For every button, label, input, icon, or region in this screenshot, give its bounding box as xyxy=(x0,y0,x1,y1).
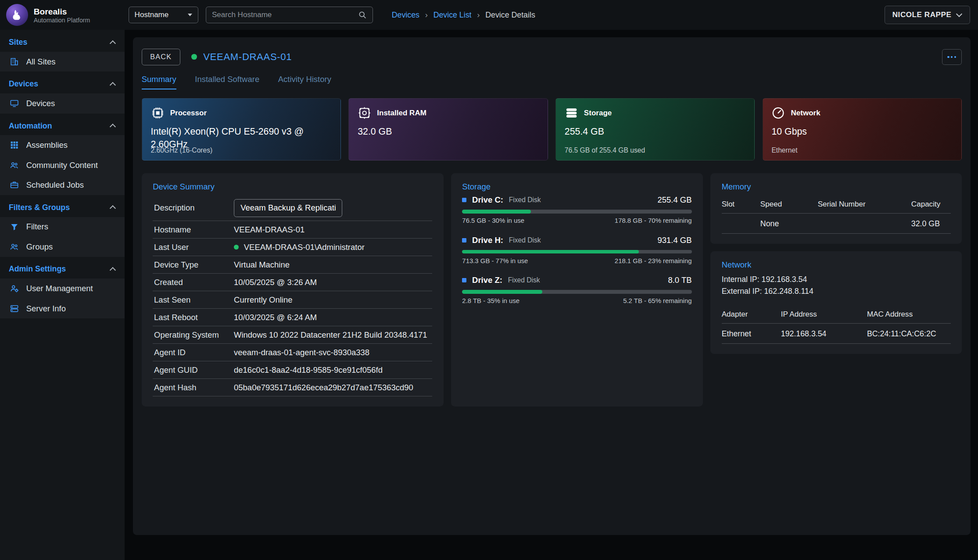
sidebar-section-title: Sites xyxy=(9,38,27,47)
search-input[interactable] xyxy=(212,11,358,19)
drive-size: 931.4 GB xyxy=(657,235,691,245)
chevron-up-icon xyxy=(110,82,116,88)
drive-c: Drive C: Fixed Disk 255.4 GB 76.5 GB - 3… xyxy=(462,195,691,224)
memory-chip-icon xyxy=(358,106,371,120)
sidebar-item-devices[interactable]: Devices xyxy=(0,93,125,113)
grid-icon xyxy=(9,140,19,150)
row-value: Virtual Machine xyxy=(234,260,290,270)
summary-row-agent-id: Agent ID veeam-draas-01-agent-svc-8930a3… xyxy=(153,344,432,361)
groups-icon xyxy=(9,242,19,251)
back-button[interactable]: BACK xyxy=(142,49,180,65)
drive-bullet-icon xyxy=(462,278,466,282)
memory-panel-title: Memory xyxy=(722,182,951,192)
sidebar-item-label: Filters xyxy=(26,222,48,232)
drive-usage-fill xyxy=(462,290,542,294)
tab-activity-history[interactable]: Activity History xyxy=(278,75,331,89)
storage-panel-title: Storage xyxy=(462,182,691,192)
sidebar-item-all-sites[interactable]: All Sites xyxy=(0,52,125,71)
sidebar-item-filters[interactable]: Filters xyxy=(0,217,125,237)
row-label: Hostname xyxy=(154,225,234,235)
user-gear-icon xyxy=(9,284,19,293)
more-actions-button[interactable] xyxy=(942,49,962,65)
briefcase-icon xyxy=(9,180,19,189)
summary-row-operating-system: Operating System Windows 10 2022 Datacen… xyxy=(153,326,432,344)
disk-stack-icon xyxy=(565,106,578,120)
sidebar-item-scheduled-jobs[interactable]: Scheduled Jobs xyxy=(0,175,125,195)
breadcrumb-link-devices[interactable]: Devices xyxy=(392,11,419,20)
row-value: VEEAM-DRAAS-01 xyxy=(234,225,305,235)
stat-card-subtitle: 2.60GHz (16-Cores) xyxy=(151,146,213,154)
sidebar-item-server-info[interactable]: Server Info xyxy=(0,299,125,318)
chevron-up-icon xyxy=(110,267,116,273)
tab-installed-software[interactable]: Installed Software xyxy=(195,75,259,89)
brand-text: Borealis Automation Platform xyxy=(34,7,90,24)
summary-row-device-type: Device Type Virtual Machine xyxy=(153,256,432,274)
sidebar-item-user-management[interactable]: User Management xyxy=(0,278,125,298)
stat-card-title: Network xyxy=(791,109,820,118)
drive-usage-fill xyxy=(462,250,639,254)
drive-h: Drive H: Fixed Disk 931.4 GB 713.3 GB - … xyxy=(462,235,691,264)
stat-card-value: 255.4 GB xyxy=(565,125,734,138)
chevron-up-icon xyxy=(110,124,116,130)
device-name: VEEAM-DRAAS-01 xyxy=(203,51,292,63)
sidebar-section-header-devices[interactable]: Devices xyxy=(0,75,125,94)
row-label: Agent ID xyxy=(154,348,234,357)
row-label: Agent GUID xyxy=(154,365,234,375)
internal-ip: Internal IP: 192.168.3.54 xyxy=(722,274,951,286)
sidebar-item-community-content[interactable]: Community Content xyxy=(0,155,125,175)
memory-header-speed: Speed xyxy=(760,195,818,214)
search-icon[interactable] xyxy=(358,11,367,19)
row-value: VEEAM-DRAAS-01\Administrator xyxy=(244,243,365,252)
topbar: Borealis Automation Platform Hostname De… xyxy=(0,0,978,30)
brand-name: Borealis xyxy=(34,7,90,17)
user-menu-button[interactable]: NICOLE RAPPE xyxy=(885,6,970,25)
drive-name: Drive C: xyxy=(472,195,503,205)
server-icon xyxy=(9,304,19,313)
sidebar-section-header-automation[interactable]: Automation xyxy=(0,117,125,136)
network-header-mac: MAC Address xyxy=(867,305,951,324)
breadcrumb: Devices › Device List › Device Details xyxy=(392,10,535,20)
sidebar-group: All Sites xyxy=(0,52,125,71)
stat-card-row: Processor Intel(R) Xeon(R) CPU E5-2690 v… xyxy=(142,98,962,161)
description-input[interactable] xyxy=(234,199,342,217)
gauge-icon xyxy=(771,106,785,120)
chevron-up-icon xyxy=(110,40,116,46)
tab-summary[interactable]: Summary xyxy=(142,75,176,89)
search-field-dropdown[interactable]: Hostname xyxy=(129,7,198,23)
app-root: Borealis Automation Platform Hostname De… xyxy=(0,0,978,560)
row-label: Last Seen xyxy=(154,295,234,305)
memory-speed: None xyxy=(760,214,818,234)
row-label: Operating System xyxy=(154,330,234,340)
people-icon xyxy=(9,161,19,170)
drive-remaining-text: 178.8 GB - 70% remaining xyxy=(615,217,692,224)
row-label: Last User xyxy=(154,243,234,252)
network-row: Ethernet 192.168.3.54 BC:24:11:CA:C6:2C xyxy=(722,324,951,344)
drive-usage-bar xyxy=(462,290,691,294)
breadcrumb-link-device-list[interactable]: Device List xyxy=(433,11,472,20)
row-label: Device Type xyxy=(154,260,234,270)
brand-tagline: Automation Platform xyxy=(34,17,90,24)
sidebar-section-title: Automation xyxy=(9,121,52,131)
drive-remaining-text: 218.1 GB - 23% remaining xyxy=(615,257,692,264)
sidebar-section-header-sites[interactable]: Sites xyxy=(0,33,125,52)
sidebar-section-header-filters-groups[interactable]: Filters & Groups xyxy=(0,198,125,217)
sidebar-item-label: All Sites xyxy=(26,57,56,67)
row-value: veeam-draas-01-agent-svc-8930a338 xyxy=(234,348,369,357)
drive-type: Fixed Disk xyxy=(509,236,541,244)
breadcrumb-separator: › xyxy=(425,10,428,20)
sidebar-group: Filters Groups xyxy=(0,217,125,257)
drive-usage-bar xyxy=(462,250,691,254)
breadcrumb-current: Device Details xyxy=(485,11,535,20)
filter-icon xyxy=(9,222,19,232)
sidebar-item-assemblies[interactable]: Assemblies xyxy=(0,135,125,155)
network-table: Adapter IP Address MAC Address Ethernet … xyxy=(722,305,951,344)
drive-bullet-icon xyxy=(462,198,466,202)
row-value: Currently Online xyxy=(234,295,292,305)
row-label: Last Reboot xyxy=(154,313,234,322)
drive-bullet-icon xyxy=(462,238,466,243)
sidebar-item-groups[interactable]: Groups xyxy=(0,237,125,257)
drive-size: 8.0 TB xyxy=(668,275,691,285)
sidebar-section-header-admin-settings[interactable]: Admin Settings xyxy=(0,260,125,279)
row-value: 10/05/2025 @ 3:26 AM xyxy=(234,278,317,287)
stat-card-value: 10 Gbps xyxy=(771,125,941,138)
